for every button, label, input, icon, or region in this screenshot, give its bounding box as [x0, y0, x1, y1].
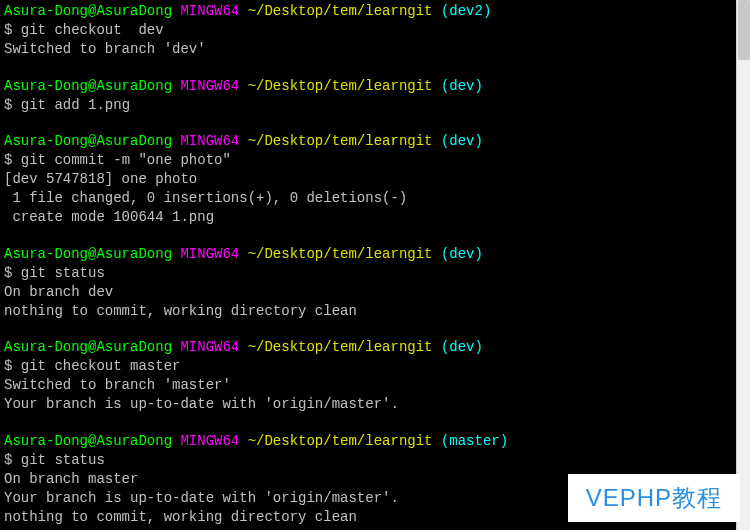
- prompt-user: Asura-Dong@AsuraDong: [4, 246, 172, 262]
- command-text: git add 1.png: [21, 97, 130, 113]
- command-line: $ git checkout master: [4, 357, 736, 376]
- prompt-host: MINGW64: [180, 246, 239, 262]
- prompt-branch: (dev): [441, 78, 483, 94]
- output-line: [dev 5747818] one photo: [4, 170, 736, 189]
- scrollbar-thumb[interactable]: [738, 0, 750, 60]
- prompt-branch: (master): [441, 433, 508, 449]
- block-gap: [4, 414, 736, 432]
- command-line: $ git add 1.png: [4, 96, 736, 115]
- dollar-prompt: $: [4, 452, 12, 468]
- prompt-branch: (dev2): [441, 3, 491, 19]
- output-line: 1 file changed, 0 insertions(+), 0 delet…: [4, 189, 736, 208]
- prompt-path: ~/Desktop/tem/learngit: [248, 339, 433, 355]
- output-line: Switched to branch 'master': [4, 376, 736, 395]
- dollar-prompt: $: [4, 358, 12, 374]
- terminal-block: Asura-Dong@AsuraDong MINGW64 ~/Desktop/t…: [4, 132, 736, 226]
- output-line: create mode 100644 1.png: [4, 208, 736, 227]
- command-line: $ git commit -m "one photo": [4, 151, 736, 170]
- prompt-branch: (dev): [441, 246, 483, 262]
- scrollbar-track[interactable]: [736, 0, 750, 530]
- output-line: On branch dev: [4, 283, 736, 302]
- prompt-path: ~/Desktop/tem/learngit: [248, 78, 433, 94]
- command-text: git checkout master: [21, 358, 181, 374]
- command-line: $ git status: [4, 264, 736, 283]
- output-line: nothing to commit, working directory cle…: [4, 302, 736, 321]
- watermark-label: VEPHP教程: [568, 474, 740, 522]
- command-text: git status: [21, 265, 105, 281]
- command-text: git commit -m "one photo": [21, 152, 231, 168]
- terminal-block: Asura-Dong@AsuraDong MINGW64 ~/Desktop/t…: [4, 245, 736, 321]
- prompt-path: ~/Desktop/tem/learngit: [248, 433, 433, 449]
- prompt-line: Asura-Dong@AsuraDong MINGW64 ~/Desktop/t…: [4, 338, 736, 357]
- prompt-path: ~/Desktop/tem/learngit: [248, 3, 433, 19]
- terminal-block: Asura-Dong@AsuraDong MINGW64 ~/Desktop/t…: [4, 77, 736, 115]
- dollar-prompt: $: [4, 97, 12, 113]
- command-line: $ git checkout dev: [4, 21, 736, 40]
- prompt-host: MINGW64: [180, 78, 239, 94]
- prompt-branch: (dev): [441, 339, 483, 355]
- prompt-host: MINGW64: [180, 433, 239, 449]
- prompt-line: Asura-Dong@AsuraDong MINGW64 ~/Desktop/t…: [4, 245, 736, 264]
- dollar-prompt: $: [4, 152, 12, 168]
- prompt-line: Asura-Dong@AsuraDong MINGW64 ~/Desktop/t…: [4, 432, 736, 451]
- block-gap: [4, 320, 736, 338]
- prompt-path: ~/Desktop/tem/learngit: [248, 133, 433, 149]
- prompt-user: Asura-Dong@AsuraDong: [4, 78, 172, 94]
- prompt-line: Asura-Dong@AsuraDong MINGW64 ~/Desktop/t…: [4, 77, 736, 96]
- prompt-user: Asura-Dong@AsuraDong: [4, 433, 172, 449]
- terminal-block: Asura-Dong@AsuraDong MINGW64 ~/Desktop/t…: [4, 338, 736, 414]
- command-line: $ git status: [4, 451, 736, 470]
- block-gap: [4, 526, 736, 530]
- terminal-window[interactable]: Asura-Dong@AsuraDong MINGW64 ~/Desktop/t…: [0, 0, 740, 530]
- prompt-host: MINGW64: [180, 133, 239, 149]
- prompt-user: Asura-Dong@AsuraDong: [4, 339, 172, 355]
- output-line: Switched to branch 'dev': [4, 40, 736, 59]
- prompt-line: Asura-Dong@AsuraDong MINGW64 ~/Desktop/t…: [4, 132, 736, 151]
- prompt-line: Asura-Dong@AsuraDong MINGW64 ~/Desktop/t…: [4, 2, 736, 21]
- block-gap: [4, 114, 736, 132]
- prompt-path: ~/Desktop/tem/learngit: [248, 246, 433, 262]
- prompt-host: MINGW64: [180, 3, 239, 19]
- command-text: git status: [21, 452, 105, 468]
- block-gap: [4, 227, 736, 245]
- block-gap: [4, 59, 736, 77]
- dollar-prompt: $: [4, 22, 12, 38]
- terminal-block: Asura-Dong@AsuraDong MINGW64 ~/Desktop/t…: [4, 2, 736, 59]
- command-text: git checkout dev: [21, 22, 164, 38]
- prompt-host: MINGW64: [180, 339, 239, 355]
- dollar-prompt: $: [4, 265, 12, 281]
- prompt-branch: (dev): [441, 133, 483, 149]
- output-line: Your branch is up-to-date with 'origin/m…: [4, 395, 736, 414]
- prompt-user: Asura-Dong@AsuraDong: [4, 3, 172, 19]
- prompt-user: Asura-Dong@AsuraDong: [4, 133, 172, 149]
